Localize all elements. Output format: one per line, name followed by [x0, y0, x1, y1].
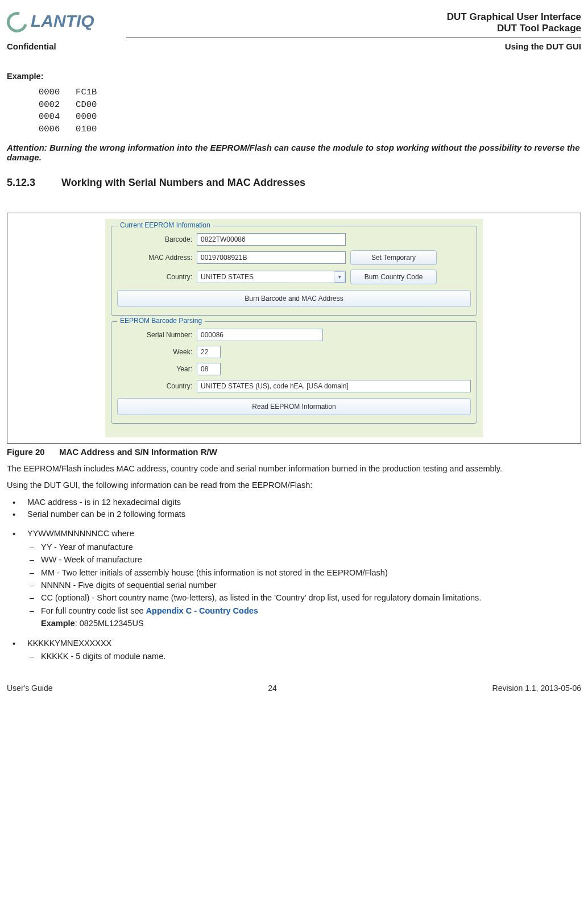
doc-title-1: DUT Graphical User Interface	[447, 11, 581, 23]
paragraph-1: The EEPROM/Flash includes MAC address, c…	[7, 463, 581, 475]
sub-mm: MM - Two letter initials of assembly hou…	[27, 566, 581, 579]
parse-country-label: Country:	[117, 382, 192, 390]
burn-country-button[interactable]: Burn Country Code	[350, 270, 437, 284]
figure-caption: Figure 20MAC Address and S/N Information…	[7, 447, 581, 457]
logo-text: LANTIQ	[31, 11, 94, 30]
bullet-format1: YYWWMMNNNNNCC where YY - Year of manufac…	[7, 528, 581, 630]
section-heading: 5.12.3Working with Serial Numbers and MA…	[7, 177, 581, 189]
attention-note: Attention: Burning the wrong information…	[7, 143, 581, 162]
barcode-parsing-legend: EEPROM Barcode Parsing	[117, 317, 205, 325]
bullet-serial-formats: Serial number can be in 2 following form…	[7, 509, 581, 520]
sub-nnnnn: NNNNN - Five digits of sequential serial…	[27, 579, 581, 591]
sub-yy: YY - Year of manufacture	[27, 541, 581, 553]
example-heading: Example:	[7, 72, 581, 81]
figure-title: MAC Address and S/N Information R/W	[59, 447, 217, 457]
barcode-parsing-group: EEPROM Barcode Parsing Serial Number: We…	[111, 321, 477, 424]
serial-label: Serial Number:	[117, 331, 192, 339]
week-input[interactable]	[197, 346, 221, 358]
sub-cc: CC (optional) - Short country name (two-…	[27, 591, 581, 604]
bullet-mac: MAC address - is in 12 hexadecimal digit…	[7, 497, 581, 508]
section-context: Using the DUT GUI	[505, 42, 581, 51]
serial-input[interactable]	[197, 329, 323, 341]
mac-input[interactable]	[197, 251, 346, 264]
figure-frame: Current EEPROM Information Barcode: MAC …	[7, 213, 581, 444]
appendix-link[interactable]: Appendix C - Country Codes	[146, 606, 258, 615]
sub-ww: WW - Week of manufacture	[27, 553, 581, 566]
read-eeprom-button[interactable]: Read EEPROM Information	[117, 398, 471, 415]
sub-appendix: For full country code list see Appendix …	[27, 604, 581, 630]
current-eeprom-legend: Current EEPROM Information	[117, 221, 213, 229]
country-select[interactable]	[197, 271, 346, 283]
parse-country-input[interactable]	[197, 380, 471, 392]
footer-revision: Revision 1.1, 2013-05-06	[492, 684, 581, 693]
footer-page: 24	[268, 684, 277, 693]
country-label: Country:	[117, 273, 192, 281]
burn-barcode-mac-button[interactable]: Burn Barcode and MAC Address	[117, 290, 471, 307]
mac-label: MAC Address:	[117, 254, 192, 262]
current-eeprom-group: Current EEPROM Information Barcode: MAC …	[111, 226, 477, 316]
section-number: 5.12.3	[7, 177, 61, 189]
barcode-input[interactable]	[197, 233, 346, 246]
logo: LANTIQ	[7, 11, 94, 32]
paragraph-2: Using the DUT GUI, the following informa…	[7, 480, 581, 491]
figure-number: Figure 20	[7, 447, 59, 457]
week-label: Week:	[117, 348, 192, 356]
chevron-down-icon[interactable]: ▾	[334, 271, 345, 283]
doc-title-2: DUT Tool Package	[447, 23, 581, 34]
sub-kkkkk: KKKKK - 5 digits of module name.	[27, 650, 581, 662]
set-temporary-button[interactable]: Set Temporary	[350, 250, 437, 265]
barcode-label: Barcode:	[117, 235, 192, 243]
bullet-format2: KKKKKYMNEXXXXXX KKKKK - 5 digits of modu…	[7, 638, 581, 663]
year-input[interactable]	[197, 363, 221, 375]
eeprom-panel: Current EEPROM Information Barcode: MAC …	[105, 219, 483, 437]
year-label: Year:	[117, 365, 192, 373]
section-title: Working with Serial Numbers and MAC Addr…	[61, 177, 305, 188]
footer-left: User's Guide	[7, 684, 52, 693]
example-code: 0000 FC1B 0002 CD00 0004 0000 0006 0100	[39, 86, 581, 136]
header-rule	[126, 38, 581, 38]
confidential-label: Confidential	[7, 42, 56, 51]
